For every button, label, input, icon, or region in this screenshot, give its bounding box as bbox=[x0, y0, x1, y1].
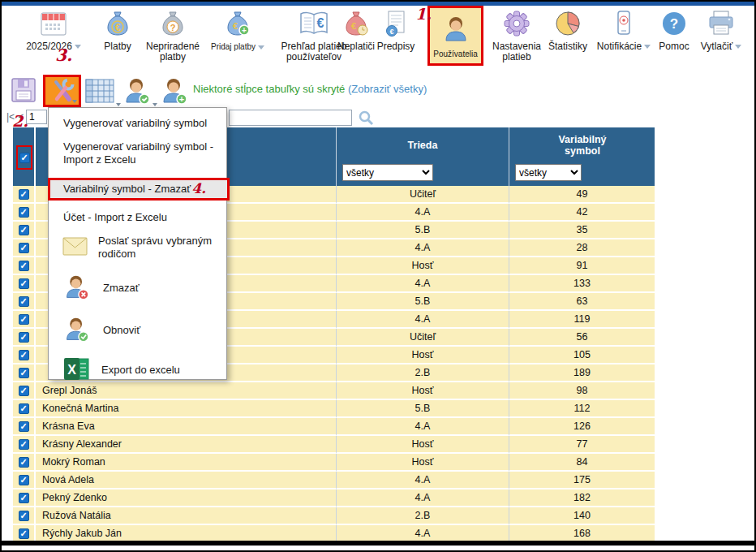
moneybag-blue-icon: € bbox=[103, 8, 132, 39]
vs-cell: 98 bbox=[509, 382, 655, 400]
add-user-button[interactable]: + bbox=[159, 75, 191, 110]
select-all-checkbox[interactable] bbox=[19, 153, 30, 163]
row-checkbox[interactable] bbox=[19, 457, 29, 468]
menu-item-generate-vs-import[interactable]: Vygenerovať variabilný symbol - Import z… bbox=[49, 140, 215, 166]
name-cell: Konečná Martina bbox=[34, 400, 336, 418]
row-checkbox[interactable] bbox=[19, 439, 29, 450]
window-bottom-edge bbox=[2, 541, 754, 546]
checkbox-cell bbox=[13, 293, 34, 311]
tools-menu-button[interactable] bbox=[43, 75, 81, 107]
nav-notifikacie[interactable]: Notifikácie bbox=[591, 8, 657, 52]
nav-label: Nepriradené platby bbox=[140, 41, 206, 63]
row-checkbox[interactable] bbox=[19, 207, 29, 218]
trieda-cell: 5.B bbox=[336, 222, 509, 239]
menu-item-generate-vs[interactable]: Vygenerovať variabilný symbol bbox=[49, 108, 226, 130]
row-checkbox[interactable] bbox=[19, 296, 29, 307]
menu-item-send-message[interactable]: Poslať správu vybraným rodičom bbox=[49, 235, 226, 261]
page-number-input[interactable] bbox=[26, 110, 47, 124]
nav-platby[interactable]: € Platby bbox=[96, 8, 140, 52]
search-input[interactable] bbox=[229, 110, 352, 126]
nav-statistiky[interactable]: Štatistiky bbox=[542, 8, 594, 52]
row-checkbox[interactable] bbox=[19, 493, 29, 503]
annotation-step-2: 2. bbox=[12, 112, 28, 130]
name-cell: Krásny Alexander bbox=[34, 436, 336, 454]
payments-book-icon: € bbox=[298, 8, 330, 39]
excel-icon: X bbox=[62, 356, 91, 384]
checkbox-cell bbox=[13, 222, 34, 239]
row-checkbox[interactable] bbox=[19, 314, 29, 325]
svg-text:€: € bbox=[351, 21, 356, 31]
name-cell: Krásna Eva bbox=[34, 418, 336, 436]
user-activate-button[interactable] bbox=[122, 75, 154, 110]
vs-cell: 28 bbox=[509, 239, 655, 257]
nav-vytlacit[interactable]: Vytlačiť bbox=[694, 8, 748, 52]
checkbox-cell bbox=[13, 257, 34, 275]
nav-label: Štatistiky bbox=[548, 41, 587, 52]
vs-filter-select[interactable]: všetky bbox=[515, 164, 582, 181]
floppy-disk-icon bbox=[10, 76, 37, 104]
row-checkbox[interactable] bbox=[19, 332, 29, 343]
show-all-columns-link[interactable]: (Zobraziť všetky) bbox=[348, 83, 427, 95]
table-row: Mokrý RomanHosť84 bbox=[13, 454, 655, 472]
trieda-filter-select[interactable]: všetky bbox=[342, 164, 433, 181]
search-icon[interactable] bbox=[359, 110, 374, 129]
name-cell: Ružová Natália bbox=[34, 507, 336, 525]
row-checkbox[interactable] bbox=[19, 368, 29, 378]
trieda-cell: Hosť bbox=[336, 257, 509, 275]
columns-button[interactable] bbox=[84, 78, 117, 109]
nav-pouzivatelia[interactable]: 1. Používatelia bbox=[427, 6, 483, 66]
row-checkbox[interactable] bbox=[19, 278, 29, 289]
menu-item-export-excel[interactable]: X Export do excelu bbox=[49, 356, 226, 384]
svg-text:€: € bbox=[389, 28, 393, 36]
checkbox-cell bbox=[13, 454, 34, 472]
nav-pomoc[interactable]: ? Pomoc bbox=[654, 8, 694, 52]
nav-predpisy[interactable]: € Predpisy bbox=[372, 8, 420, 52]
trieda-cell: 4.A bbox=[336, 239, 509, 257]
trieda-cell: 4.A bbox=[336, 489, 509, 507]
menu-item-account-import[interactable]: Účet - Import z Excelu bbox=[49, 211, 226, 224]
menu-item-restore-users[interactable]: Obnoviť bbox=[49, 314, 226, 347]
row-checkbox[interactable] bbox=[19, 243, 29, 253]
printer-icon bbox=[706, 8, 737, 39]
menu-item-delete-users[interactable]: Zmazať bbox=[49, 272, 226, 304]
trieda-header-label: Trieda bbox=[337, 140, 509, 151]
svg-text:X: X bbox=[67, 363, 76, 377]
chevron-down-icon bbox=[72, 100, 77, 103]
checkbox-cell bbox=[13, 239, 34, 257]
chevron-down-icon bbox=[152, 103, 157, 106]
row-checkbox[interactable] bbox=[19, 189, 29, 200]
row-checkbox[interactable] bbox=[19, 350, 29, 360]
table-row: Grepl JonášHosť98 bbox=[13, 382, 655, 400]
row-checkbox[interactable] bbox=[19, 475, 29, 485]
annotation-step-1: 1. bbox=[415, 5, 432, 23]
row-checkbox[interactable] bbox=[19, 225, 29, 235]
nav-pridaj-platby[interactable]: €+ Pridaj platby bbox=[206, 8, 269, 52]
vs-header-label: Variabilný symbol bbox=[546, 134, 619, 157]
person-icon bbox=[440, 13, 471, 44]
nav-nastavenia-platieb[interactable]: Nastavenia platieb bbox=[487, 8, 547, 63]
row-checkbox[interactable] bbox=[19, 261, 29, 271]
row-checkbox[interactable] bbox=[19, 511, 29, 521]
vs-cell: 189 bbox=[509, 364, 655, 382]
menu-item-vs-delete[interactable]: Variabilný symbol - Zmazať 4. bbox=[48, 178, 230, 201]
save-button[interactable] bbox=[10, 76, 37, 107]
annotation-step-4: 4. bbox=[191, 182, 206, 195]
select-all-header-cell: 2. bbox=[13, 127, 34, 186]
vs-cell: 126 bbox=[509, 418, 655, 436]
checkbox-cell bbox=[13, 311, 34, 329]
person-delete-icon bbox=[62, 272, 92, 304]
vs-cell: 56 bbox=[509, 329, 655, 347]
checkbox-cell bbox=[13, 400, 34, 418]
checkbox-cell bbox=[13, 436, 34, 454]
row-checkbox[interactable] bbox=[19, 421, 29, 432]
row-checkbox[interactable] bbox=[19, 386, 29, 396]
row-checkbox[interactable] bbox=[19, 403, 29, 414]
vs-cell: 63 bbox=[509, 293, 655, 311]
checkbox-cell bbox=[13, 347, 34, 364]
svg-text:+: + bbox=[179, 94, 184, 104]
row-checkbox[interactable] bbox=[19, 528, 29, 539]
trieda-cell: 2.B bbox=[336, 364, 509, 382]
nav-school-year[interactable]: 2025/2026 bbox=[13, 8, 94, 52]
tools-context-menu: Vygenerovať variabilný symbol Vygenerova… bbox=[48, 107, 227, 380]
nav-nepriradene-platby[interactable]: ? Nepriradené platby bbox=[140, 8, 206, 63]
